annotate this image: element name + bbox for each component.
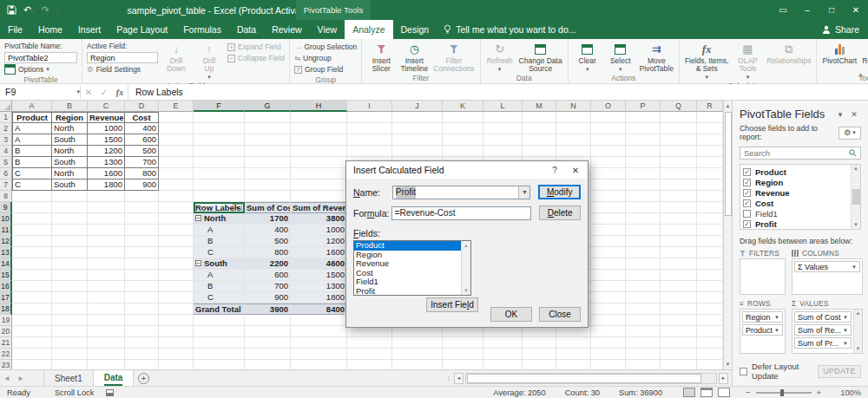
- column-header-I[interactable]: I: [347, 101, 392, 112]
- cell-P11[interactable]: [626, 225, 661, 236]
- cell-J23[interactable]: [392, 360, 443, 369]
- listbox-scroll-down[interactable]: ▼: [464, 286, 469, 295]
- cell-D4[interactable]: 500: [125, 146, 159, 157]
- cell-F16[interactable]: B: [194, 281, 245, 292]
- cell-C8[interactable]: [88, 191, 125, 202]
- cell-E17[interactable]: [159, 292, 194, 303]
- cell-E4[interactable]: [159, 146, 194, 157]
- cell-H4[interactable]: [291, 146, 347, 157]
- chip-dropdown-arrow[interactable]: ▼: [841, 328, 848, 333]
- cell-H1[interactable]: [291, 112, 347, 123]
- cell-Q3[interactable]: [661, 134, 697, 146]
- row-header-21[interactable]: 21: [0, 337, 12, 349]
- tab-view[interactable]: View: [310, 20, 345, 39]
- tools-gear-button[interactable]: ⚙▾: [838, 127, 861, 140]
- cell-G2[interactable]: [245, 123, 291, 134]
- cell-Q16[interactable]: [661, 281, 697, 292]
- cell-M3[interactable]: [523, 134, 556, 146]
- dialog-close-icon[interactable]: ✕: [565, 166, 586, 175]
- cell-P6[interactable]: [626, 168, 661, 179]
- cell-O3[interactable]: [591, 134, 626, 146]
- filters-area[interactable]: FILTERS: [740, 248, 786, 295]
- fields-items-sets-button[interactable]: fxFields, Items, & Sets▾: [682, 41, 732, 82]
- cell-E15[interactable]: [159, 270, 194, 281]
- cell-C11[interactable]: [88, 225, 125, 236]
- cell-F22[interactable]: [194, 349, 245, 360]
- delete-button[interactable]: Delete: [539, 206, 581, 220]
- row-header-13[interactable]: 13: [0, 247, 12, 258]
- new-sheet-button[interactable]: +: [134, 370, 153, 386]
- tab-design[interactable]: Design: [393, 20, 437, 39]
- cell-C13[interactable]: [88, 247, 125, 258]
- cell-N21[interactable]: [556, 337, 591, 349]
- cell-R17[interactable]: [697, 292, 723, 303]
- cell-C22[interactable]: [88, 349, 125, 360]
- cell-O1[interactable]: [591, 112, 626, 123]
- cell-C4[interactable]: 1200: [88, 146, 125, 157]
- cell-D11[interactable]: [125, 225, 159, 236]
- cell-F15[interactable]: A: [194, 270, 245, 281]
- cell-I23[interactable]: [347, 360, 392, 369]
- row-header-12[interactable]: 12: [0, 236, 12, 247]
- cell-C21[interactable]: [88, 337, 125, 349]
- cell-H9[interactable]: Sum of Revenue: [291, 202, 347, 213]
- cell-F9[interactable]: ▼Row Labels: [194, 202, 245, 213]
- column-header-O[interactable]: O: [591, 101, 626, 112]
- cell-B8[interactable]: [52, 191, 88, 202]
- pane-close-icon[interactable]: ✕: [847, 110, 861, 119]
- cell-R1[interactable]: [697, 112, 723, 123]
- cell-C23[interactable]: [88, 360, 125, 369]
- cell-R23[interactable]: [697, 360, 723, 369]
- cell-F11[interactable]: A: [194, 225, 245, 236]
- scrollbar-splitter[interactable]: ⁞: [445, 375, 452, 382]
- column-header-G[interactable]: G: [245, 101, 291, 112]
- cell-D6[interactable]: 800: [125, 168, 159, 179]
- horizontal-scrollbar[interactable]: ⁞ ◄ ►: [445, 370, 732, 386]
- checkbox-revenue[interactable]: ✓: [743, 189, 751, 197]
- cell-Q17[interactable]: [661, 292, 697, 303]
- cell-C3[interactable]: 1500: [88, 134, 125, 146]
- cell-D3[interactable]: 600: [125, 134, 159, 146]
- row-header-15[interactable]: 15: [0, 270, 12, 281]
- cell-B5[interactable]: South: [52, 157, 88, 168]
- insert-timeline-button[interactable]: ◷Insert Timeline: [398, 41, 431, 74]
- cell-G20[interactable]: [245, 326, 291, 337]
- cell-A1[interactable]: Product: [12, 112, 52, 123]
- zoom-slider[interactable]: [756, 392, 812, 394]
- cell-A23[interactable]: [12, 360, 52, 369]
- cell-H13[interactable]: 1600: [291, 247, 347, 258]
- cell-E22[interactable]: [159, 349, 194, 360]
- cell-M21[interactable]: [523, 337, 556, 349]
- cell-J1[interactable]: [392, 112, 443, 123]
- cell-H22[interactable]: [291, 349, 347, 360]
- cell-E9[interactable]: [159, 202, 194, 213]
- column-header-L[interactable]: L: [483, 101, 523, 112]
- cell-Q23[interactable]: [661, 360, 697, 369]
- field-item-revenue[interactable]: ✓Revenue: [743, 187, 849, 198]
- cell-B18[interactable]: [52, 303, 88, 315]
- column-header-K[interactable]: K: [443, 101, 483, 112]
- tab-formulas[interactable]: Formulas: [175, 20, 229, 39]
- field-settings-button[interactable]: ⚙Field Settings: [87, 64, 158, 75]
- cell-B6[interactable]: North: [52, 168, 88, 179]
- filter-connections-button[interactable]: Filter Connections: [431, 41, 477, 74]
- pivotchart-button[interactable]: PivotChart: [819, 41, 859, 66]
- cell-F19[interactable]: [194, 315, 245, 326]
- cell-P20[interactable]: [626, 326, 661, 337]
- cell-R22[interactable]: [697, 349, 723, 360]
- cell-O23[interactable]: [591, 360, 626, 369]
- column-header-P[interactable]: P: [626, 101, 661, 112]
- cell-G1[interactable]: [245, 112, 291, 123]
- cell-G18[interactable]: 3900: [245, 303, 291, 315]
- cell-P15[interactable]: [626, 270, 661, 281]
- cell-H19[interactable]: [291, 315, 347, 326]
- cell-B3[interactable]: South: [52, 134, 88, 146]
- cell-Q20[interactable]: [661, 326, 697, 337]
- cell-C20[interactable]: [88, 326, 125, 337]
- cell-N3[interactable]: [556, 134, 591, 146]
- row-header-9[interactable]: 9: [0, 202, 12, 213]
- cell-E6[interactable]: [159, 168, 194, 179]
- cell-M2[interactable]: [523, 123, 556, 134]
- cell-F8[interactable]: [194, 191, 245, 202]
- cell-I1[interactable]: [347, 112, 392, 123]
